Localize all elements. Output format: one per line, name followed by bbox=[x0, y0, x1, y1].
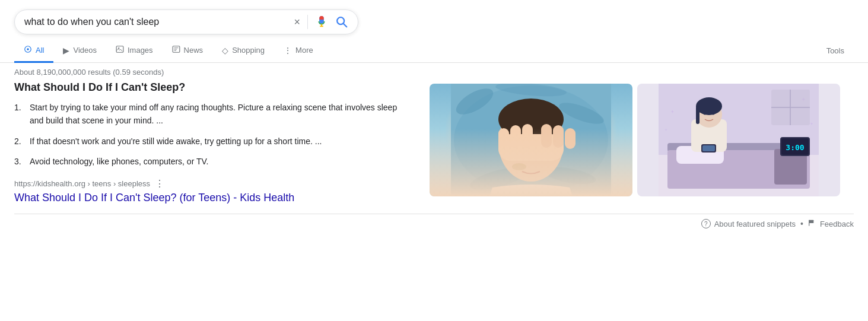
svg-point-39 bbox=[712, 112, 715, 115]
search-bar-container: what to do when you can't sleep × bbox=[0, 0, 868, 34]
svg-point-7 bbox=[118, 47, 119, 49]
tab-shopping-label: Shopping bbox=[232, 46, 265, 55]
tab-images-label: Images bbox=[128, 46, 153, 55]
snippet-item-2: 2. If that doesn't work and you're still… bbox=[14, 135, 406, 148]
svg-text:✦: ✦ bbox=[670, 109, 675, 115]
svg-point-28 bbox=[512, 163, 526, 170]
svg-rect-21 bbox=[498, 134, 564, 161]
about-snippets-label: About featured snippets bbox=[714, 220, 796, 228]
tab-all-label: All bbox=[36, 46, 44, 55]
search-query-text: what to do when you can't sleep bbox=[24, 17, 289, 27]
clear-icon[interactable]: × bbox=[294, 16, 300, 28]
snippet-link[interactable]: What Should I Do If I Can't Sleep? (for … bbox=[14, 192, 406, 204]
list-num-2: 2. bbox=[14, 135, 25, 148]
snippet-text-3: Avoid technology, like phones, computers… bbox=[30, 155, 208, 168]
more-icon: ⋮ bbox=[284, 46, 292, 55]
svg-point-20 bbox=[498, 98, 564, 140]
svg-rect-23 bbox=[510, 125, 521, 148]
image-thumb-illustration[interactable]: 3:00 ✦ ✦ ✦ ✦ bbox=[637, 84, 840, 196]
all-icon bbox=[24, 45, 32, 55]
svg-line-3 bbox=[344, 24, 347, 27]
snippet-text-1: Start by trying to take your mind off an… bbox=[30, 101, 406, 128]
svg-point-5 bbox=[27, 48, 29, 50]
svg-point-38 bbox=[704, 112, 707, 115]
tab-shopping[interactable]: ◇ Shopping bbox=[212, 40, 274, 63]
news-icon bbox=[172, 45, 180, 55]
search-submit-icon[interactable] bbox=[335, 15, 348, 28]
videos-icon: ▶ bbox=[63, 46, 69, 55]
tab-images[interactable]: Images bbox=[106, 39, 163, 63]
tab-tools[interactable]: Tools bbox=[817, 40, 854, 61]
svg-text:3:00: 3:00 bbox=[786, 143, 804, 152]
tab-news-label: News bbox=[184, 46, 204, 55]
tab-videos-label: Videos bbox=[73, 46, 97, 55]
source-menu-icon[interactable]: ⋮ bbox=[155, 178, 164, 189]
images-area: 3:00 ✦ ✦ ✦ ✦ bbox=[430, 81, 840, 204]
about-featured-snippets[interactable]: ? About featured snippets bbox=[701, 219, 796, 228]
tab-all[interactable]: All bbox=[14, 39, 53, 63]
search-box: what to do when you can't sleep × bbox=[14, 9, 358, 34]
results-count: About 8,190,000,000 results (0.59 second… bbox=[0, 63, 868, 81]
tab-videos[interactable]: ▶ Videos bbox=[53, 40, 106, 63]
feedback-label: Feedback bbox=[820, 220, 854, 228]
search-divider bbox=[307, 15, 308, 29]
search-box-icons: × bbox=[294, 15, 348, 29]
svg-rect-26 bbox=[553, 125, 564, 148]
source-url: https://kidshealth.org › teens › sleeple… bbox=[14, 179, 150, 188]
list-num-1: 1. bbox=[14, 101, 25, 128]
svg-point-17 bbox=[542, 164, 597, 187]
mic-icon[interactable] bbox=[315, 15, 328, 28]
feedback-icon bbox=[808, 219, 816, 229]
svg-rect-54 bbox=[809, 220, 814, 223]
image-thumb-photo[interactable] bbox=[430, 84, 632, 196]
photo-simulation bbox=[430, 84, 632, 196]
snippet-list: 1. Start by trying to take your mind off… bbox=[14, 101, 406, 169]
svg-rect-37 bbox=[696, 106, 700, 124]
bottom-bar: ? About featured snippets • Feedback bbox=[0, 214, 868, 234]
feedback-button[interactable]: Feedback bbox=[808, 219, 854, 229]
shopping-icon: ◇ bbox=[222, 46, 228, 55]
featured-snippet: What Should I Do If I Can't Sleep? 1. St… bbox=[14, 81, 406, 204]
tab-more-label: More bbox=[295, 46, 313, 55]
svg-text:✦: ✦ bbox=[810, 122, 813, 126]
dot-separator: • bbox=[800, 219, 803, 228]
snippet-title: What Should I Do If I Can't Sleep? bbox=[14, 81, 406, 94]
illustration-simulation: 3:00 ✦ ✦ ✦ ✦ bbox=[637, 84, 840, 196]
svg-point-16 bbox=[468, 163, 529, 195]
main-content: What Should I Do If I Can't Sleep? 1. St… bbox=[0, 81, 854, 204]
tab-more[interactable]: ⋮ More bbox=[274, 40, 323, 63]
snippet-item-3: 3. Avoid technology, like phones, comput… bbox=[14, 155, 406, 168]
list-num-3: 3. bbox=[14, 155, 25, 168]
snippet-text-2: If that doesn't work and you're still wi… bbox=[30, 135, 322, 148]
svg-rect-27 bbox=[565, 128, 576, 149]
nav-tabs: All ▶ Videos Images News ◇ Shopping ⋮ Mo… bbox=[0, 34, 868, 63]
svg-rect-24 bbox=[522, 124, 533, 148]
svg-text:✦: ✦ bbox=[664, 128, 667, 132]
snippet-source: https://kidshealth.org › teens › sleeple… bbox=[14, 178, 406, 189]
snippet-item-1: 1. Start by trying to take your mind off… bbox=[14, 101, 406, 128]
svg-point-36 bbox=[696, 97, 722, 115]
svg-rect-42 bbox=[702, 145, 715, 151]
tab-news[interactable]: News bbox=[163, 39, 213, 63]
help-circle-icon: ? bbox=[701, 219, 711, 228]
svg-rect-25 bbox=[541, 124, 552, 148]
images-icon bbox=[116, 45, 124, 55]
svg-rect-22 bbox=[498, 128, 509, 149]
